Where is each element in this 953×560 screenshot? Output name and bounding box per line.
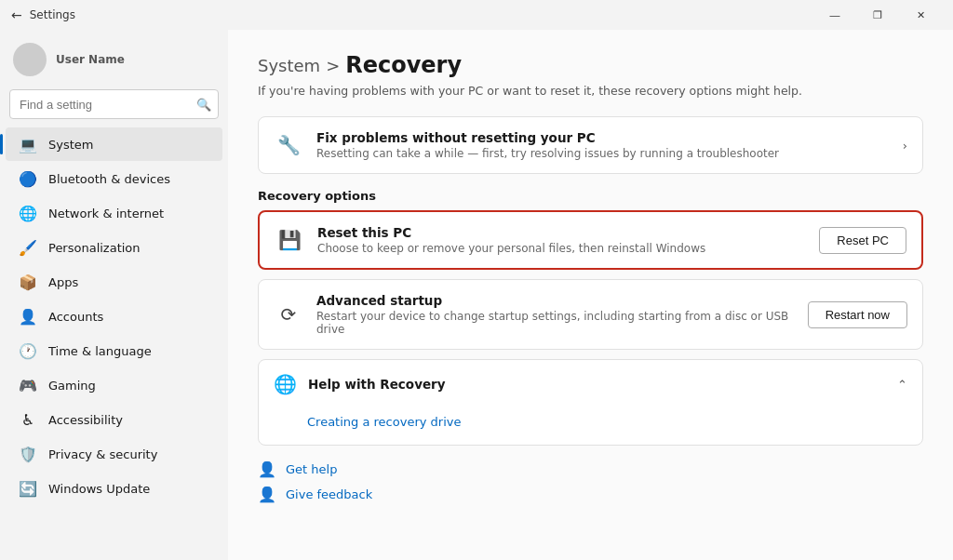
restart-now-button[interactable]: Restart now [808,301,907,328]
sidebar-item-accessibility[interactable]: ♿Accessibility [6,403,222,436]
sidebar-item-time[interactable]: 🕐Time & language [6,334,222,367]
network-nav-icon: 🌐 [19,204,37,222]
bluetooth-nav-icon: 🔵 [19,169,37,188]
help-body: Creating a recovery drive [259,408,922,445]
sidebar-item-label-gaming: Gaming [48,379,96,393]
nav-list: 💻System🔵Bluetooth & devices🌐Network & in… [0,127,228,506]
sidebar-item-update[interactable]: 🔄Windows Update [6,472,222,505]
advanced-icon: ⟳ [274,300,303,329]
sidebar-item-label-personalization: Personalization [48,241,141,255]
sidebar-item-label-system: System [48,138,93,152]
sidebar-item-bluetooth[interactable]: 🔵Bluetooth & devices [6,162,222,195]
gaming-nav-icon: 🎮 [19,376,37,394]
search-icon: 🔍 [196,98,211,112]
give-feedback-row: 👤 Give feedback [258,486,923,503]
get-help-row: 👤 Get help [258,460,923,478]
advanced-text: Advanced startup Restart your device to … [316,293,795,336]
sidebar-item-label-privacy: Privacy & security [48,447,157,461]
system-nav-icon: 💻 [19,135,37,153]
main-content: System > Recovery If you're having probl… [228,30,953,560]
help-header[interactable]: 🌐 Help with Recovery ⌃ [259,360,922,408]
advanced-title: Advanced startup [316,293,795,308]
page-subtitle: If you're having problems with your PC o… [258,84,923,98]
breadcrumb-separator: > [326,56,340,75]
apps-nav-icon: 📦 [19,273,37,291]
back-button[interactable]: ← [11,7,22,22]
help-icon: 🌐 [274,373,297,395]
fix-desc: Resetting can take a while — first, try … [316,147,890,160]
titlebar: ← Settings — ❐ ✕ [0,0,953,30]
sidebar-item-label-bluetooth: Bluetooth & devices [48,172,170,186]
fix-problems-card[interactable]: 🔧 Fix problems without resetting your PC… [258,116,923,174]
reset-pc-card: 💾 Reset this PC Choose to keep or remove… [258,210,923,270]
sidebar: User Name 🔍 💻System🔵Bluetooth & devices🌐… [0,30,228,560]
help-chevron-icon: ⌃ [897,378,907,392]
accounts-nav-icon: 👤 [19,307,37,326]
app-title: Settings [30,8,75,21]
personalization-nav-icon: 🖌️ [19,238,37,257]
breadcrumb-parent: System [258,56,320,75]
update-nav-icon: 🔄 [19,479,37,498]
sidebar-item-network[interactable]: 🌐Network & internet [6,196,222,230]
sidebar-item-privacy[interactable]: 🛡️Privacy & security [6,437,222,471]
accessibility-nav-icon: ♿ [19,410,37,429]
time-nav-icon: 🕐 [19,341,37,360]
titlebar-left: ← Settings [11,7,75,22]
search-input[interactable] [9,89,219,119]
page-title: Recovery [345,52,462,78]
close-button[interactable]: ✕ [899,0,942,30]
app-body: User Name 🔍 💻System🔵Bluetooth & devices🌐… [0,30,953,560]
sidebar-item-label-accounts: Accounts [48,310,103,324]
titlebar-controls: — ❐ ✕ [813,0,942,30]
sidebar-item-system[interactable]: 💻System [6,127,222,161]
get-help-icon: 👤 [258,460,276,478]
sidebar-item-label-apps: Apps [48,275,78,289]
sidebar-item-accounts[interactable]: 👤Accounts [6,300,222,333]
sidebar-item-apps[interactable]: 📦Apps [6,265,222,299]
advanced-startup-card: ⟳ Advanced startup Restart your device t… [258,279,923,350]
avatar [13,43,47,76]
help-recovery-card: 🌐 Help with Recovery ⌃ Creating a recove… [258,359,923,446]
sidebar-item-personalization[interactable]: 🖌️Personalization [6,231,222,264]
reset-pc-desc: Choose to keep or remove your personal f… [317,242,806,255]
reset-pc-button[interactable]: Reset PC [819,227,906,254]
recovery-options-label: Recovery options [258,189,923,203]
sidebar-user: User Name [0,33,228,89]
reset-pc-text: Reset this PC Choose to keep or remove y… [317,225,806,255]
sidebar-item-label-accessibility: Accessibility [48,413,123,427]
maximize-button[interactable]: ❐ [856,0,899,30]
username: User Name [56,53,125,66]
sidebar-search-container: 🔍 [9,89,219,119]
advanced-desc: Restart your device to change startup se… [316,310,795,336]
give-feedback-icon: 👤 [258,486,276,503]
give-feedback-link[interactable]: Give feedback [286,487,372,501]
help-title: Help with Recovery [308,377,886,392]
get-help-link[interactable]: Get help [286,462,337,476]
reset-pc-title: Reset this PC [317,225,806,240]
reset-pc-icon: 💾 [275,225,304,255]
fix-icon: 🔧 [274,130,303,160]
sidebar-item-label-update: Windows Update [48,482,150,496]
fix-text: Fix problems without resetting your PC R… [316,130,890,160]
fix-title: Fix problems without resetting your PC [316,130,890,145]
sidebar-item-label-time: Time & language [48,344,152,358]
creating-recovery-drive-link[interactable]: Creating a recovery drive [307,415,461,429]
footer-links: 👤 Get help 👤 Give feedback [258,460,923,503]
minimize-button[interactable]: — [813,0,856,30]
sidebar-item-label-network: Network & internet [48,207,164,220]
fix-chevron-icon: › [903,139,907,153]
privacy-nav-icon: 🛡️ [19,445,37,463]
breadcrumb: System > Recovery [258,52,923,78]
sidebar-item-gaming[interactable]: 🎮Gaming [6,368,222,402]
